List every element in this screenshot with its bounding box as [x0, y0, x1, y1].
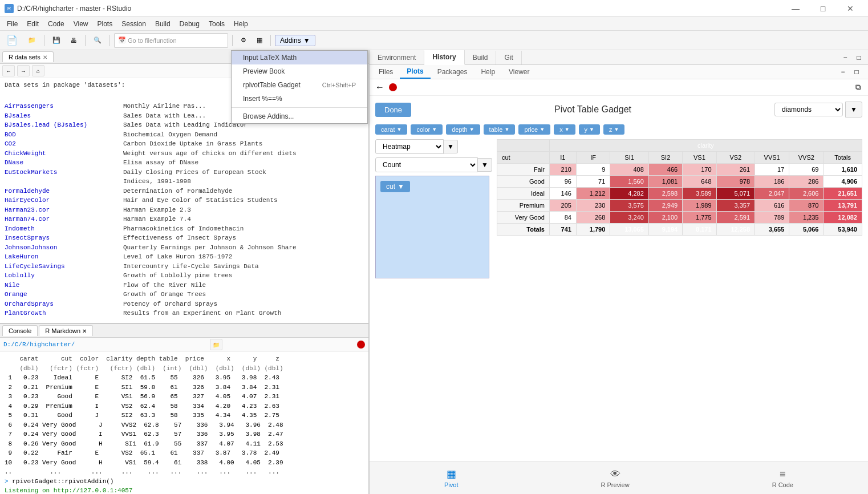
- th-clarity: clarity: [549, 140, 862, 152]
- print-button[interactable]: 🖶: [67, 33, 81, 48]
- tab-help[interactable]: Help: [474, 66, 502, 78]
- menu-view[interactable]: View: [69, 17, 93, 30]
- r-markdown-tab[interactable]: R Markdown ✕: [39, 325, 93, 336]
- r-code-button[interactable]: ≡ R Code: [761, 466, 805, 491]
- count-select-container: Count ▼: [375, 157, 492, 172]
- back-button[interactable]: ←: [2, 65, 15, 76]
- menu-build[interactable]: Build: [151, 17, 175, 30]
- menu-file[interactable]: File: [2, 17, 22, 30]
- close-button[interactable]: ✕: [837, 0, 863, 17]
- viewer-maximize-button[interactable]: □: [851, 66, 862, 78]
- heatmap-select-container: Heatmap ▼: [375, 139, 492, 154]
- cut-drop-area: cut ▼: [375, 176, 489, 278]
- viewer-expand-button[interactable]: ⧉: [851, 81, 865, 94]
- tab-files[interactable]: Files: [372, 66, 400, 78]
- tab-plots[interactable]: Plots: [400, 65, 430, 79]
- dataset-desc-loblolly: Growth of Loblolly pine trees: [123, 271, 232, 281]
- dataset-desc-lakehuron: Level of Lake Huron 1875-1972: [123, 252, 232, 262]
- find-button[interactable]: 🔍: [90, 33, 106, 48]
- carat-arrow: ▼: [396, 127, 401, 132]
- pivot-dataset-arrow[interactable]: ▼: [845, 102, 862, 118]
- addins-button[interactable]: Addins ▼: [275, 35, 315, 46]
- go-to-file-button[interactable]: 📅 Go to file/function: [114, 33, 228, 48]
- tab-packages[interactable]: Packages: [431, 66, 474, 78]
- field-color[interactable]: color ▼: [411, 124, 443, 135]
- field-z[interactable]: z ▼: [603, 124, 624, 135]
- input-latex-math-item[interactable]: Input LaTeX Math: [232, 51, 367, 64]
- dataset-name-co2: CO2: [5, 139, 119, 149]
- row-fair: Fair 210 9 408 466 170 261 17 69 1,610: [497, 164, 862, 176]
- dataset-name-plantgrowth: PlantGrowth: [5, 309, 119, 318]
- th-vs2: VS2: [716, 152, 755, 164]
- tab-build[interactable]: Build: [465, 51, 497, 64]
- fair-vvs1: 17: [755, 164, 789, 176]
- menu-debug[interactable]: Debug: [175, 17, 204, 30]
- rpivot-gadget-label: rpivotTable Gadget: [243, 81, 301, 89]
- dataset-desc-chickweight: Weight versus age of chicks on different…: [123, 149, 297, 159]
- pivot-done-button[interactable]: Done: [375, 103, 411, 117]
- fair-vs1: 170: [683, 164, 716, 176]
- viewer-minimize-button[interactable]: −: [837, 66, 849, 78]
- save-button[interactable]: 💾: [48, 33, 64, 48]
- menu-edit[interactable]: Edit: [22, 17, 43, 30]
- field-depth[interactable]: depth ▼: [446, 124, 480, 135]
- browse-addins-item[interactable]: Browse Addins...: [232, 110, 367, 123]
- titlebar-controls: — □ ✕: [782, 0, 863, 17]
- layout-button[interactable]: ▦: [253, 33, 266, 48]
- viewer-back-button[interactable]: ←: [373, 81, 387, 94]
- settings-button[interactable]: ⚙: [237, 33, 250, 48]
- browse-addins-label: Browse Addins...: [243, 112, 294, 120]
- cut-pill[interactable]: cut ▼: [380, 181, 410, 192]
- maximize-panel-button[interactable]: □: [853, 52, 865, 63]
- new-file-button[interactable]: 📄: [2, 33, 22, 48]
- x-arrow: ▼: [565, 127, 570, 132]
- r-data-sets-tab[interactable]: R data sets ✕: [2, 51, 54, 62]
- console-tab[interactable]: Console: [2, 325, 38, 336]
- forward-button[interactable]: →: [17, 65, 30, 76]
- r-preview-button[interactable]: 👁 R Preview: [590, 466, 641, 491]
- menu-help[interactable]: Help: [229, 17, 253, 30]
- field-carat[interactable]: carat ▼: [375, 124, 407, 135]
- minimize-button[interactable]: —: [782, 0, 809, 17]
- go-to-file-label: Go to file/function: [128, 37, 177, 44]
- good-if: 71: [576, 176, 610, 188]
- maximize-button[interactable]: □: [810, 0, 836, 17]
- preview-book-item[interactable]: Preview Book: [232, 64, 367, 78]
- dataset-desc-formaldehyde: Determination of Formaldehyde: [123, 187, 232, 196]
- titlebar-title: D:/C/R/highcharter - master - RStudio: [17, 5, 131, 13]
- pivot-dataset-dropdown[interactable]: diamonds: [774, 103, 843, 116]
- console-dots: .. ... ... ... ... ... ... ... ... ...: [5, 467, 364, 477]
- tab-environment[interactable]: Environment: [370, 51, 424, 64]
- r-markdown-close[interactable]: ✕: [82, 328, 87, 334]
- field-x[interactable]: x ▼: [554, 124, 575, 135]
- home-button[interactable]: ⌂: [32, 65, 44, 76]
- heatmap-arrow[interactable]: ▼: [444, 140, 458, 153]
- insert-item[interactable]: Insert %==%: [232, 92, 367, 106]
- count-select[interactable]: Count: [375, 157, 478, 172]
- minimize-panel-button[interactable]: −: [839, 52, 851, 63]
- heatmap-select[interactable]: Heatmap: [375, 139, 444, 154]
- tab-history[interactable]: History: [424, 50, 464, 65]
- good-i1: 96: [549, 176, 576, 188]
- console-stop-button[interactable]: [357, 341, 365, 349]
- vg-si2: 2,100: [648, 212, 682, 224]
- menu-session[interactable]: Session: [117, 17, 151, 30]
- open-file-button[interactable]: 📁: [24, 33, 40, 48]
- field-y[interactable]: y ▼: [579, 124, 600, 135]
- field-price[interactable]: price ▼: [518, 124, 550, 135]
- count-arrow[interactable]: ▼: [478, 158, 492, 172]
- console-content[interactable]: carat cut color clarity depth table pric…: [0, 352, 368, 494]
- pivot-view-button[interactable]: ▦ Pivot: [433, 465, 469, 491]
- input-latex-math-label: Input LaTeX Math: [243, 54, 297, 62]
- menu-tools[interactable]: Tools: [204, 17, 229, 30]
- tab-git[interactable]: Git: [496, 51, 521, 64]
- console-folder-icon[interactable]: 📁: [210, 339, 222, 350]
- menu-plots[interactable]: Plots: [93, 17, 117, 30]
- field-table[interactable]: table ▼: [484, 124, 516, 135]
- rpivot-gadget-item[interactable]: rpivotTable Gadget Ctrl+Shift+P: [232, 78, 367, 92]
- tab-viewer[interactable]: Viewer: [502, 66, 536, 78]
- premium-vvs1: 616: [755, 200, 789, 212]
- r-data-sets-close[interactable]: ✕: [43, 54, 47, 60]
- console-row-8: 8 0.26 Very Good H SI1 61.9 55 337 4.07 …: [5, 439, 364, 449]
- menu-code[interactable]: Code: [43, 17, 69, 30]
